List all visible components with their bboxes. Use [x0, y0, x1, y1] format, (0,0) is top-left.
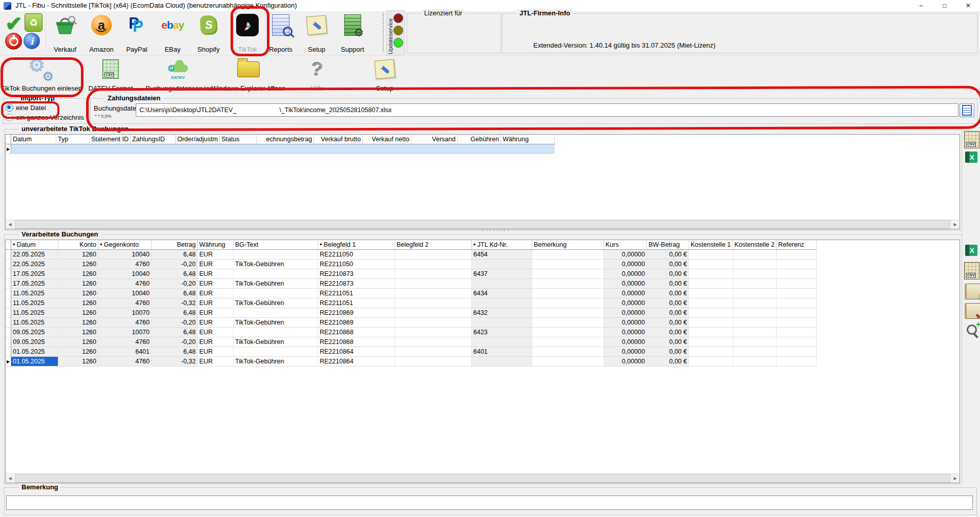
cell[interactable] [532, 298, 604, 308]
cell[interactable] [56, 144, 90, 154]
buchungsdatei-input[interactable]: C:\Users\js\Desktop\JTL2DATEV_ \_TikTok\… [136, 103, 958, 117]
cell[interactable]: EUR [198, 269, 234, 279]
cell[interactable] [220, 144, 257, 154]
cell[interactable] [777, 289, 817, 298]
cell[interactable]: 6,48 [152, 328, 198, 337]
cell[interactable] [777, 318, 817, 328]
cell[interactable]: 0,00 € [647, 250, 689, 260]
cell[interactable]: 0,00000 [604, 298, 647, 308]
column-header[interactable]: Belegfeld 2 [395, 240, 472, 250]
cell[interactable] [689, 279, 733, 289]
cell[interactable] [472, 279, 532, 289]
column-header[interactable]: Typ [56, 135, 90, 144]
cell[interactable] [532, 337, 604, 347]
cell[interactable] [733, 318, 777, 328]
toolbar-button-setup[interactable]: Setup [299, 12, 334, 53]
cell[interactable] [472, 337, 532, 347]
cell[interactable]: TikTok-Gebühren [234, 337, 318, 347]
cell[interactable]: RE2210869 [318, 318, 395, 328]
cell[interactable] [234, 269, 318, 279]
export-csv-button-bottom[interactable]: CSV [964, 262, 979, 279]
cell[interactable] [457, 144, 501, 154]
cell[interactable]: 0,00000 [604, 250, 647, 260]
cell[interactable]: 6434 [472, 289, 532, 298]
cell[interactable]: 0,00000 [604, 279, 647, 289]
cell[interactable]: 0,00000 [604, 308, 647, 318]
cell[interactable]: 4760 [98, 279, 152, 289]
cell[interactable] [532, 318, 604, 328]
cell[interactable]: 4760 [98, 260, 152, 269]
cell[interactable] [411, 144, 457, 154]
cell[interactable] [314, 144, 363, 154]
cell[interactable]: 6401 [472, 347, 532, 357]
horizontal-scrollbar[interactable]: ◀ ▶ [6, 220, 960, 229]
cell[interactable]: TikTok-Gebühren [234, 260, 318, 269]
cell[interactable] [257, 144, 314, 154]
cell[interactable] [733, 289, 777, 298]
cell[interactable]: -0,20 [152, 279, 198, 289]
cell[interactable]: 1260 [58, 250, 98, 260]
toolbar-button-verkauf[interactable]: Verkauf [48, 12, 82, 53]
cell[interactable]: 0,00 € [647, 298, 689, 308]
cell[interactable]: 1260 [58, 269, 98, 279]
column-header[interactable]: Verkauf netto [363, 135, 411, 144]
cell[interactable]: 1260 [58, 318, 98, 328]
column-header[interactable]: BG-Text [234, 240, 318, 250]
cell[interactable] [733, 347, 777, 357]
cell[interactable] [689, 269, 733, 279]
cell[interactable]: 6423 [472, 328, 532, 337]
toolbar-button-shopify[interactable]: S Shopify [191, 12, 226, 53]
cell[interactable] [90, 144, 131, 154]
cell[interactable]: 1260 [58, 298, 98, 308]
scroll-right-arrow[interactable]: ▶ [951, 222, 960, 227]
cell[interactable]: RE2211051 [318, 298, 395, 308]
column-header[interactable]: • Belegfeld 1 [318, 240, 395, 250]
column-header[interactable]: Währung [501, 135, 555, 144]
cell[interactable] [472, 318, 532, 328]
cell[interactable] [395, 269, 472, 279]
recycle-bin-button[interactable]: ♻ [25, 13, 43, 32]
cell[interactable]: -0,20 [152, 318, 198, 328]
cell[interactable] [395, 289, 472, 298]
cell[interactable]: 4760 [98, 298, 152, 308]
cell[interactable] [777, 250, 817, 260]
cell[interactable]: 0,00000 [604, 318, 647, 328]
zoom-plus-button[interactable]: + [965, 322, 980, 338]
column-header[interactable]: Statement ID [90, 135, 131, 144]
cell[interactable] [395, 279, 472, 289]
cell[interactable]: 1260 [58, 328, 98, 337]
cell[interactable]: 01.05.2025 [11, 347, 58, 357]
cell[interactable] [532, 250, 604, 260]
cell[interactable]: 6,48 [152, 250, 198, 260]
minimize-button[interactable]: – [909, 0, 933, 11]
cell[interactable] [395, 308, 472, 318]
cell[interactable] [689, 337, 733, 347]
cell[interactable]: TikTok-Gebühren [234, 318, 318, 328]
column-header[interactable]: Gebühren [457, 135, 501, 144]
cell[interactable] [395, 337, 472, 347]
column-header[interactable]: Datum [11, 135, 56, 144]
export-excel-button-top[interactable]: X [965, 152, 977, 163]
cell[interactable]: 6437 [472, 269, 532, 279]
cell[interactable] [733, 308, 777, 318]
cell[interactable] [472, 260, 532, 269]
action-button-datev-format[interactable]: CSV DATEV Format [81, 56, 140, 92]
toolbar-button-paypal[interactable]: PP PayPal [119, 12, 154, 53]
export-csv-button-top[interactable]: CSV [964, 131, 979, 148]
cell[interactable] [234, 250, 318, 260]
cell[interactable] [472, 298, 532, 308]
cell[interactable] [689, 250, 733, 260]
cell[interactable]: 0,00 € [647, 308, 689, 318]
cell[interactable] [689, 318, 733, 328]
action-button-windows-explorer[interactable]: Windows Explorer öffnen [206, 56, 291, 92]
scroll-right-arrow[interactable]: ▶ [951, 476, 960, 481]
cell[interactable]: TikTok-Gebühren [234, 357, 318, 367]
cell[interactable]: 1260 [58, 308, 98, 318]
cell[interactable]: EUR [198, 357, 234, 367]
cell[interactable] [777, 298, 817, 308]
column-header[interactable]: Konto [58, 240, 98, 250]
cell[interactable] [777, 357, 817, 367]
cell[interactable]: 0,00000 [604, 289, 647, 298]
cell[interactable]: EUR [198, 318, 234, 328]
cell[interactable]: 1260 [58, 279, 98, 289]
